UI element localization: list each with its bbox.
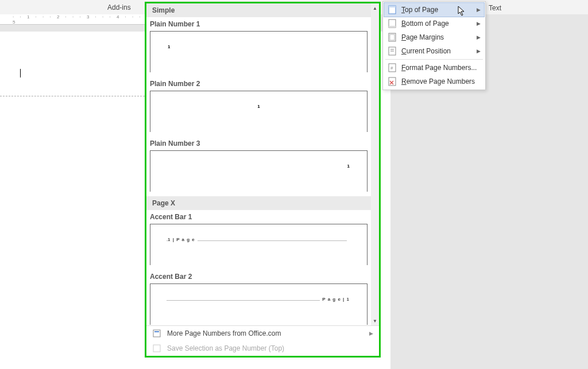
footer-label: More Page Numbers from Office.com [167, 329, 281, 337]
chevron-right-icon: ▶ [477, 7, 481, 13]
remove-icon [388, 77, 397, 86]
menu-separator [385, 59, 483, 60]
svg-rect-0 [153, 330, 160, 337]
menu-label: Page Margins [401, 33, 444, 41]
format-icon: # [388, 63, 397, 72]
horizontal-ruler[interactable]: · · 1 · · · 2 · · · 3 · · · 4 · · · 5 [0, 14, 148, 25]
gallery-item-label: Plain Number 3 [150, 138, 368, 150]
menu-label: Format Page Numbers... [401, 64, 477, 72]
menu-label: Remove Page Numbers [401, 77, 475, 86]
gallery-item-label: Accent Bar 1 [150, 211, 368, 224]
gallery-item-label: Plain Number 1 [150, 18, 368, 31]
gallery-scrollbar[interactable]: ▲ ▼ [371, 3, 379, 325]
save-selection-as-page-number: Save Selection as Page Number (Top) [146, 341, 379, 356]
page-top-icon [388, 5, 397, 14]
chevron-right-icon: ▶ [369, 331, 373, 336]
svg-rect-1 [154, 331, 159, 332]
gallery-item-accent-bar-1[interactable]: Accent Bar 1 1 | P a g e [146, 210, 371, 270]
chevron-right-icon: ▶ [477, 34, 481, 40]
gallery-item-label: Plain Number 2 [150, 78, 368, 91]
page-bottom-icon [388, 19, 397, 28]
preview-box: P a g e | 1 [150, 283, 368, 325]
preview-text: P a g e | 1 [320, 297, 350, 302]
menu-page-margins[interactable]: Page Margins ▶ [384, 30, 484, 44]
more-page-numbers[interactable]: More Page Numbers from Office.com ▶ [146, 326, 379, 341]
gallery-item-plain-number-1[interactable]: Plain Number 1 1 [146, 17, 371, 77]
preview-box: 1 [150, 91, 368, 132]
current-position-icon [388, 46, 397, 56]
menu-label: Top of Page [401, 6, 438, 14]
scroll-up-icon[interactable]: ▲ [372, 5, 378, 11]
text-group-label: Text [489, 4, 501, 12]
save-icon [152, 344, 161, 353]
scroll-down-icon[interactable]: ▼ [372, 317, 378, 324]
chevron-right-icon: ▶ [477, 21, 481, 26]
menu-bottom-of-page[interactable]: Bottom of Page ▶ [384, 17, 484, 30]
gallery-item-plain-number-2[interactable]: Plain Number 2 1 [146, 77, 371, 137]
gallery-item-accent-bar-2[interactable]: Accent Bar 2 P a g e | 1 [146, 270, 371, 325]
menu-current-position[interactable]: Current Position ▶ [384, 44, 484, 58]
text-caret [20, 69, 21, 77]
svg-rect-4 [389, 6, 396, 7]
gallery-group-simple: Simple [146, 3, 371, 17]
chevron-right-icon: ▶ [477, 48, 481, 54]
preview-box: 1 [150, 31, 368, 72]
preview-number: 1 [347, 164, 350, 169]
svg-rect-6 [389, 26, 396, 28]
gallery-scroll-area: Simple Plain Number 1 1 Plain Number 2 1… [146, 3, 379, 325]
preview-text: 1 | P a g e [168, 237, 198, 242]
preview-number: 1 [168, 44, 170, 49]
ribbon-addins-label[interactable]: Add-ins [107, 3, 131, 11]
gallery-group-pagex: Page X [146, 196, 371, 210]
menu-label: Bottom of Page [401, 20, 449, 28]
svg-rect-2 [153, 345, 160, 352]
preview-number: 1 [257, 104, 260, 109]
page-break-indicator [0, 96, 145, 96]
gallery-footer: More Page Numbers from Office.com ▶ Save… [146, 325, 379, 356]
gallery-item-label: Accent Bar 2 [150, 271, 368, 283]
preview-box: 1 | P a g e [150, 224, 368, 265]
page-number-gallery: Simple Plain Number 1 1 Plain Number 2 1… [145, 2, 381, 358]
footer-label: Save Selection as Page Number (Top) [167, 344, 284, 352]
menu-label: Current Position [401, 47, 451, 55]
gallery-item-plain-number-3[interactable]: Plain Number 3 1 [146, 137, 371, 196]
office-icon [152, 329, 161, 338]
page-margins-icon [388, 33, 397, 42]
menu-top-of-page[interactable]: Top of Page ▶ [384, 3, 484, 17]
page-number-submenu: Top of Page ▶ Bottom of Page ▶ Page Marg… [382, 1, 486, 90]
menu-format-page-numbers[interactable]: # Format Page Numbers... [384, 61, 484, 75]
svg-text:#: # [390, 65, 393, 71]
menu-remove-page-numbers[interactable]: Remove Page Numbers [384, 75, 484, 88]
preview-box: 1 [150, 150, 368, 192]
ruler-marks: · · 1 · · · 2 · · · 3 · · · 4 · · · 5 [13, 14, 148, 25]
